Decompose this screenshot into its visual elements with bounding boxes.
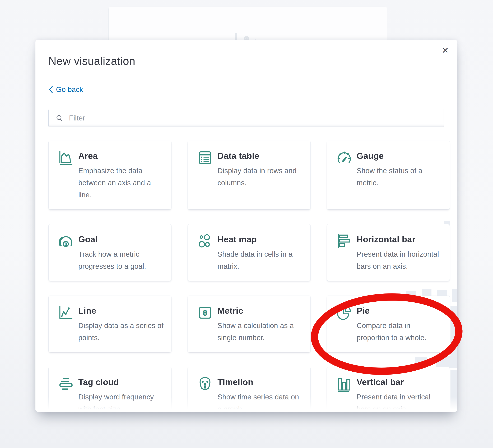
vis-card-goal[interactable]: 8 Goal Track how a metric progresses to …	[48, 224, 171, 281]
vis-card-metric[interactable]: 8 Metric Show a calculation as a single …	[188, 296, 311, 352]
new-visualization-modal: ✕ New visualization Go back Area	[35, 40, 457, 412]
vis-card-tag-cloud[interactable]: Tag cloud Display word frequency with fo…	[48, 367, 171, 412]
vis-card-vertical-bar[interactable]: Vertical bar Present data in vertical ba…	[327, 367, 450, 412]
card-description: Present data in vertical bars on an axis…	[357, 391, 442, 412]
vis-card-area[interactable]: Area Emphasize the data between an axis …	[48, 141, 171, 210]
card-title: Line	[78, 306, 164, 316]
go-back-link[interactable]: Go back	[48, 85, 83, 94]
page: { "modal": { "title": "New visualization…	[0, 0, 493, 448]
card-description: Show time series data on a graph.	[217, 391, 303, 412]
filter-input[interactable]	[48, 109, 444, 127]
card-description: Show a calculation as a single number.	[217, 320, 303, 344]
vis-card-gauge[interactable]: Gauge Show the status of a metric.	[327, 141, 450, 210]
card-title: Metric	[217, 306, 303, 316]
vis-card-heat-map[interactable]: Heat map Shade data in cells in a matrix…	[188, 224, 311, 281]
card-description: Shade data in cells in a matrix.	[217, 248, 303, 272]
vis-card-data-table[interactable]: Data table Display data in rows and colu…	[188, 141, 311, 210]
area-chart-icon	[58, 150, 74, 166]
modal-title: New visualization	[48, 55, 457, 67]
card-description: Track how a metric progresses to a goal.	[78, 248, 164, 272]
timelion-icon	[197, 376, 213, 392]
pie-chart-icon	[336, 305, 352, 321]
vertical-bar-icon	[336, 376, 352, 392]
card-description: Display data as a series of points.	[78, 320, 164, 344]
vis-card-horizontal-bar[interactable]: Horizontal bar Present data in horizonta…	[327, 224, 450, 281]
card-description: Emphasize the data between an axis and a…	[78, 165, 164, 201]
card-title: Horizontal bar	[357, 234, 442, 244]
card-description: Present data in horizontal bars on an ax…	[357, 248, 442, 272]
card-title: Area	[78, 151, 164, 161]
horizontal-bar-icon	[336, 233, 352, 249]
close-icon[interactable]: ✕	[439, 44, 451, 56]
line-chart-icon	[58, 305, 74, 321]
card-title: Vertical bar	[357, 377, 442, 387]
card-description: Show the status of a metric.	[357, 165, 442, 189]
card-title: Data table	[217, 151, 303, 161]
heat-map-icon	[197, 233, 213, 249]
data-table-icon	[197, 150, 213, 166]
go-back-label: Go back	[56, 85, 83, 94]
gauge-icon	[336, 150, 352, 166]
tag-cloud-icon	[58, 376, 74, 392]
card-title: Tag cloud	[78, 377, 164, 387]
vis-card-line[interactable]: Line Display data as a series of points.	[48, 296, 171, 352]
card-title: Heat map	[217, 234, 303, 244]
svg-text:8: 8	[203, 309, 207, 317]
card-title: Goal	[78, 234, 164, 244]
svg-text:8: 8	[65, 241, 67, 247]
visualization-card-grid: Area Emphasize the data between an axis …	[48, 141, 444, 412]
card-title: Timelion	[217, 377, 303, 387]
filter-field	[48, 109, 444, 127]
card-description: Compare data in proportion to a whole.	[357, 320, 442, 344]
chevron-left-icon	[48, 86, 53, 93]
search-icon	[56, 114, 64, 122]
card-description: Display word frequency with font size.	[78, 391, 164, 412]
vis-card-timelion[interactable]: Timelion Show time series data on a grap…	[188, 367, 311, 412]
card-description: Display data in rows and columns.	[217, 165, 303, 189]
card-title: Pie	[357, 306, 442, 316]
metric-icon: 8	[197, 305, 213, 321]
goal-icon: 8	[58, 233, 74, 249]
vis-card-pie[interactable]: Pie Compare data in proportion to a whol…	[327, 296, 450, 352]
card-title: Gauge	[357, 151, 442, 161]
